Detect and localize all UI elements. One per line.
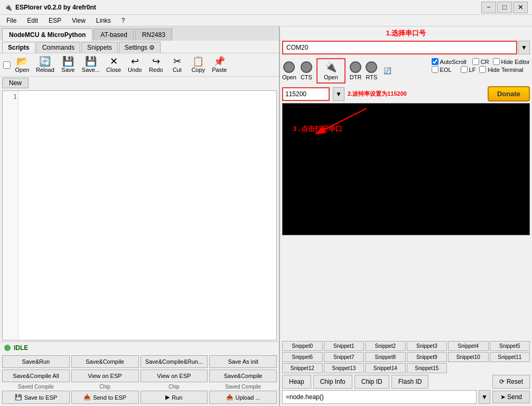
eol-checkbox[interactable] — [432, 66, 438, 73]
snippet-9[interactable]: Snippet9 — [407, 352, 447, 362]
reset-button[interactable]: ⟳ Reset — [492, 375, 530, 389]
snippet-8[interactable]: Snippet8 — [365, 352, 406, 362]
menu-help[interactable]: ? — [117, 16, 129, 25]
send-arrow-icon: ➤ — [500, 393, 506, 401]
svg-line-1 — [324, 108, 367, 130]
open-port-button[interactable]: 🔌 Open — [316, 58, 346, 84]
close-button[interactable]: ✕ — [513, 2, 528, 13]
chip-info-button[interactable]: Chip Info — [313, 375, 352, 389]
toolbar-open[interactable]: 📂 Open — [13, 56, 32, 74]
heap-button[interactable]: Heap — [282, 375, 311, 389]
command-dropdown[interactable]: ▼ — [479, 390, 490, 404]
snippet-0[interactable]: Snippet0 — [282, 341, 323, 351]
save-to-esp-btn[interactable]: 💾 Save to ESP — [2, 391, 70, 404]
refresh-btn[interactable]: 🔄 — [384, 67, 391, 75]
toolbar-redo[interactable]: ↪ Redo — [146, 56, 165, 74]
subtab-commands[interactable]: Commands — [36, 42, 80, 53]
toolbar-paste[interactable]: 📌 Paste — [210, 56, 229, 74]
rts-led — [366, 61, 377, 73]
code-area[interactable] — [18, 91, 276, 340]
toolbar-copy[interactable]: 📋 Copy — [189, 56, 208, 74]
toolbar-cut[interactable]: ✂ Cut — [167, 56, 186, 74]
upload-btn[interactable]: 📤 Upload ... — [209, 391, 277, 404]
com-port-input[interactable] — [282, 41, 517, 54]
command-input[interactable] — [282, 390, 477, 404]
save-compile-btn[interactable]: Save&Compile — [71, 355, 139, 368]
snippet-6[interactable]: Snippet6 — [282, 352, 323, 362]
snippet-10[interactable]: Snippet10 — [448, 352, 489, 362]
terminal[interactable]: 3.点击打开串口 — [282, 103, 530, 235]
save-as-init-btn[interactable]: Save As init — [209, 355, 277, 368]
undo-icon: ↩ — [131, 57, 139, 66]
chip-id-button[interactable]: Chip ID — [354, 375, 389, 389]
toolbar-save-as[interactable]: 💾 Save... — [80, 56, 102, 74]
snippet-3[interactable]: Snippet3 — [407, 341, 447, 351]
snippet-7[interactable]: Snippet7 — [324, 352, 365, 362]
tab-nodemcu[interactable]: NodeMCU & MicroPython — [2, 29, 92, 41]
view-on-esp-btn2[interactable]: View on ESP — [141, 370, 208, 382]
snippet-12[interactable]: Snippet12 — [282, 363, 323, 373]
bottom-buttons-row2: Save&Compile All View on ESP View on ESP… — [0, 370, 279, 384]
cts-led-btn: CTS — [301, 61, 312, 80]
menu-links[interactable]: Links — [92, 16, 115, 25]
minimize-button[interactable]: − — [481, 2, 496, 13]
select-checkbox[interactable] — [3, 61, 11, 69]
tab-at-based[interactable]: AT-based — [94, 29, 134, 41]
hide-editor-checkbox[interactable] — [493, 58, 500, 65]
menu-esp[interactable]: ESP — [44, 16, 66, 25]
subtab-settings[interactable]: Settings ⚙ — [119, 42, 161, 53]
save-compile-all-btn[interactable]: Save&Compile All — [2, 370, 70, 382]
run-label: Run — [172, 394, 182, 401]
file-tab-new[interactable]: New — [2, 78, 29, 88]
tab-rn2483[interactable]: RN2483 — [135, 29, 172, 41]
dtr-led-btn: DTR — [350, 61, 362, 80]
subtab-snippets[interactable]: Snippets — [81, 42, 118, 53]
open-led-btn: Open — [282, 61, 296, 80]
snippet-grid: Snippet0 Snippet1 Snippet2 Snippet3 Snip… — [282, 341, 530, 373]
autoscroll-checkbox[interactable] — [432, 58, 438, 65]
cr-checkbox[interactable] — [472, 58, 479, 65]
subtab-scripts[interactable]: Scripts — [2, 42, 35, 53]
menu-file[interactable]: File — [2, 16, 21, 25]
reset-icon: ⟳ — [499, 378, 505, 385]
toolbar-undo[interactable]: ↩ Undo — [125, 56, 144, 74]
com-port-dropdown[interactable]: ▼ — [518, 41, 530, 54]
baud-rate-input[interactable] — [282, 87, 330, 101]
send-to-esp-btn[interactable]: 📤 Send to ESP — [71, 391, 139, 404]
save-run-btn[interactable]: Save&Run — [2, 355, 70, 368]
snippet-1[interactable]: Snippet1 — [324, 341, 365, 351]
lf-checkbox[interactable] — [461, 66, 468, 73]
flash-id-button[interactable]: Flash ID — [391, 375, 429, 389]
toolbar-close[interactable]: ✕ Close — [104, 56, 123, 74]
save-compile-run-btn[interactable]: Save&Compile&Run... — [141, 355, 208, 368]
send-button[interactable]: ➤ Send — [492, 391, 530, 403]
annotation-step1: 1.选择串口号 — [282, 29, 530, 38]
label-chip-1: Chip — [71, 384, 139, 390]
menu-view[interactable]: View — [68, 16, 90, 25]
paste-icon: 📌 — [213, 57, 225, 66]
toolbar-reload[interactable]: 🔄 Reload — [34, 56, 57, 74]
snippet-14[interactable]: Snippet14 — [365, 363, 406, 373]
snippet-15[interactable]: Snippet15 — [407, 363, 447, 373]
hide-terminal-checkbox[interactable] — [479, 66, 486, 73]
control-row: Open CTS 🔌 Open DTR — [282, 58, 427, 84]
menu-edit[interactable]: Edit — [23, 16, 42, 25]
open-led — [283, 61, 295, 73]
cut-label: Cut — [173, 67, 182, 73]
sub-tabs: Scripts Commands Snippets Settings ⚙ — [0, 41, 279, 53]
save-as-icon: 💾 — [85, 57, 97, 66]
save-compile-btn2[interactable]: Save&Compile — [209, 370, 277, 382]
snippet-5[interactable]: Snippet5 — [490, 341, 530, 351]
maximize-button[interactable]: □ — [497, 2, 512, 13]
baud-rate-dropdown[interactable]: ▼ — [333, 87, 344, 101]
donate-button[interactable]: Donate — [488, 86, 530, 102]
snippet-2[interactable]: Snippet2 — [365, 341, 406, 351]
toolbar-save[interactable]: 💾 Save — [59, 56, 78, 74]
run-btn[interactable]: ▶ Run — [141, 391, 208, 404]
view-on-esp-btn1[interactable]: View on ESP — [71, 370, 139, 382]
snippet-4[interactable]: Snippet4 — [448, 341, 489, 351]
snippet-11[interactable]: Snippet11 — [490, 352, 530, 362]
rts-led-label: RTS — [366, 74, 378, 80]
snippet-13[interactable]: Snippet13 — [324, 363, 365, 373]
line-number-1: 1 — [4, 93, 17, 100]
